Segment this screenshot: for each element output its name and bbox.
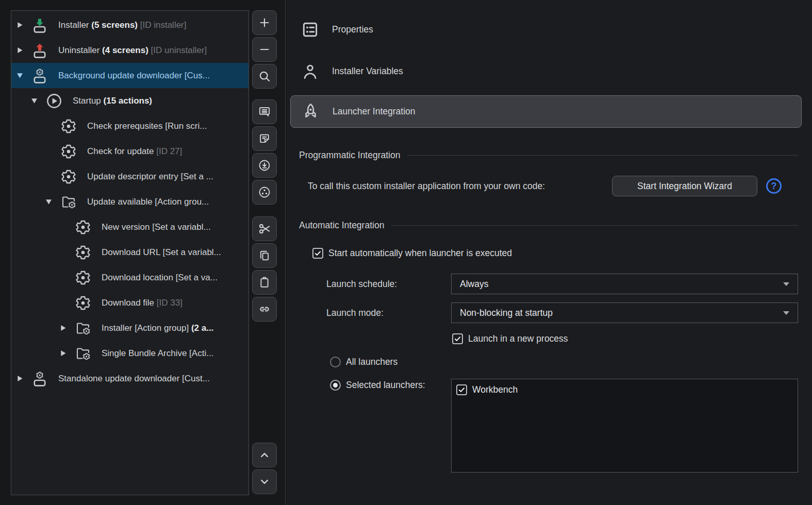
tree-item-label: Installer (5 screens) [ID installer]: [58, 20, 187, 30]
launch-schedule-dropdown[interactable]: Always: [451, 274, 798, 294]
tree-item[interactable]: Standalone update downloader [Cust...: [11, 366, 248, 391]
launcher-checkbox[interactable]: [456, 384, 467, 395]
tree-item-label: Startup (15 actions): [73, 96, 152, 106]
tree-item[interactable]: Uninstaller (4 screens) [ID uninstaller]: [11, 38, 248, 63]
launchers-listbox[interactable]: Workbench: [451, 379, 798, 473]
tree-item-label: Check for update [ID 27]: [87, 146, 182, 157]
automatic-integration-header: Automatic Integration: [299, 220, 798, 231]
comments-button[interactable]: [252, 99, 277, 124]
installer-tree[interactable]: Installer (5 screens) [ID installer]Unin…: [11, 10, 249, 495]
tree-item[interactable]: Background update downloader [Cus...: [11, 63, 248, 88]
tree-item[interactable]: Single Bundle Archive [Acti...: [11, 341, 248, 366]
gear-icon: [60, 117, 77, 136]
tree-item-label: Background update downloader [Cus...: [58, 71, 210, 81]
search-button[interactable]: [252, 64, 277, 89]
chevron-down-icon: [783, 282, 789, 286]
tree-item-label: Single Bundle Archive [Acti...: [102, 348, 213, 359]
expand-triangle-icon[interactable]: [16, 375, 31, 382]
link-button[interactable]: [252, 297, 277, 322]
launch-schedule-label: Launch schedule:: [326, 274, 397, 294]
collapse-triangle-icon[interactable]: [45, 198, 60, 206]
tree-item[interactable]: Update descriptor entry [Set a ...: [11, 164, 248, 189]
programmatic-integration-header: Programmatic Integration: [299, 149, 798, 161]
gear-icon: [75, 218, 91, 237]
add-button[interactable]: [252, 10, 277, 35]
dropdown-value: Non-blocking at startup: [460, 308, 553, 318]
gear-icon: [60, 142, 77, 161]
all-launchers-radio-row: All launchers: [330, 357, 397, 367]
launch-mode-label: Launch mode:: [326, 302, 384, 323]
checkbox-label: Launch in a new process: [468, 333, 568, 344]
gear-icon: [75, 294, 91, 312]
tree-toolbar: [252, 10, 278, 495]
expand-triangle-icon[interactable]: [16, 46, 31, 54]
tab-properties[interactable]: Properties: [290, 15, 802, 44]
screen-down-icon: [31, 16, 48, 35]
tree-item-label: Download location [Set a va...: [102, 273, 218, 283]
section-divider: [391, 225, 798, 226]
copy-button[interactable]: [252, 243, 277, 268]
cut-button[interactable]: [252, 216, 277, 241]
tree-item-label: New version [Set a variabl...: [102, 222, 211, 232]
help-icon[interactable]: ?: [766, 178, 782, 194]
tree-item[interactable]: Installer [Action group] (2 a...: [11, 315, 248, 341]
tree-item-label: Installer [Action group] (2 a...: [102, 323, 213, 333]
tree-item[interactable]: Startup (15 actions): [11, 88, 248, 113]
magnifier-icon: [258, 70, 271, 83]
new-process-checkbox-row: Launch in a new process: [452, 333, 568, 344]
selected-launchers-radio-row: Selected launchers:: [330, 380, 425, 391]
scissors-icon: [258, 222, 271, 235]
tree-item[interactable]: Check for update [ID 27]: [11, 139, 248, 164]
folder-gear-icon: [75, 344, 91, 363]
move-down-button[interactable]: [252, 469, 277, 494]
start-automatically-checkbox-row: Start automatically when launcher is exe…: [312, 248, 512, 259]
start-automatically-checkbox[interactable]: [312, 248, 323, 259]
launcher-label: Workbench: [472, 384, 518, 395]
screen-gear-icon: [31, 66, 48, 85]
launch-new-process-checkbox[interactable]: [452, 333, 463, 344]
tab-launcher-integration[interactable]: Launcher Integration: [290, 95, 802, 128]
screen-comment-button[interactable]: [252, 126, 277, 151]
collapse-triangle-icon[interactable]: [30, 97, 46, 105]
checkbox-label: Start automatically when launcher is exe…: [328, 248, 512, 259]
tree-item[interactable]: Download URL [Set a variabl...: [11, 240, 248, 265]
tree-item[interactable]: Check prerequsites [Run scri...: [11, 113, 248, 139]
dots-circle-icon: [258, 186, 271, 199]
screen-up-icon: [31, 41, 48, 60]
download-action-button[interactable]: [252, 153, 277, 178]
gear-icon: [75, 268, 91, 287]
tree-item[interactable]: Update available [Action grou...: [11, 189, 248, 214]
tree-item[interactable]: Installer (5 screens) [ID installer]: [11, 12, 248, 38]
tab-label: Installer Variables: [332, 66, 403, 77]
expand-triangle-icon[interactable]: [59, 324, 75, 332]
action-group-button[interactable]: [252, 180, 277, 205]
rocket-icon: [301, 102, 320, 121]
tree-item-label: Standalone update downloader [Cust...: [58, 374, 210, 384]
collapse-triangle-icon[interactable]: [16, 72, 31, 79]
remove-button[interactable]: [252, 37, 277, 62]
paste-button[interactable]: [252, 270, 277, 295]
tree-item-label: Check prerequsites [Run scri...: [87, 121, 207, 131]
chevron-up-icon: [258, 448, 271, 462]
clipboard-icon: [258, 276, 271, 289]
tree-item[interactable]: Download location [Set a va...: [11, 265, 248, 290]
move-up-button[interactable]: [252, 443, 277, 467]
properties-icon: [301, 20, 320, 39]
tab-installer-variables[interactable]: Installer Variables: [290, 57, 802, 86]
section-divider: [407, 155, 798, 156]
expand-triangle-icon[interactable]: [59, 349, 75, 357]
tree-item[interactable]: Download file [ID 33]: [11, 290, 248, 315]
radio-label: Selected launchers:: [346, 380, 425, 391]
selected-launchers-radio[interactable]: [330, 380, 341, 391]
launch-mode-dropdown[interactable]: Non-blocking at startup: [451, 302, 798, 323]
start-integration-wizard-button[interactable]: Start Integration Wizard: [612, 176, 757, 196]
folder-gear-icon: [75, 319, 91, 338]
launcher-list-item[interactable]: Workbench: [456, 383, 793, 397]
expand-triangle-icon[interactable]: [16, 21, 31, 29]
minus-icon: [258, 43, 271, 56]
all-launchers-radio[interactable]: [330, 357, 341, 367]
tree-item[interactable]: New version [Set a variabl...: [11, 214, 248, 240]
folder-gear-icon: [60, 193, 77, 211]
installer-variables-icon: [301, 62, 320, 81]
chevron-down-icon: [783, 311, 789, 315]
